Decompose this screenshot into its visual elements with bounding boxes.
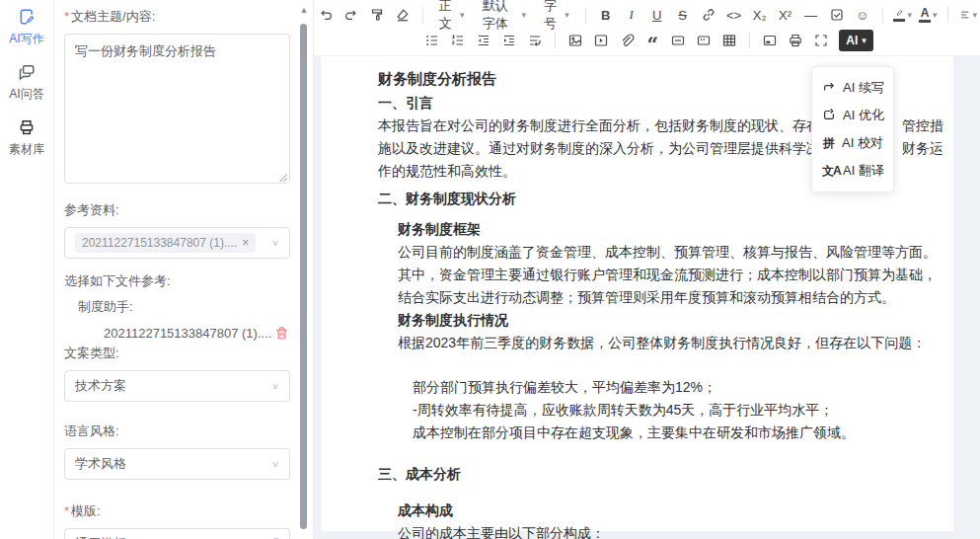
doc-heading: 三、成本分析 [378, 462, 943, 486]
font-size-select[interactable]: 字号▾ [536, 3, 577, 27]
indent-icon[interactable] [497, 29, 521, 52]
subscript-icon[interactable]: X₂ [748, 3, 772, 27]
menu-item-ai-optimize[interactable]: AI 优化 [812, 102, 893, 129]
rail-item-label: AI写作 [9, 31, 43, 47]
rail-item-material-library[interactable]: 素材库 [0, 118, 53, 158]
required-asterisk: * [64, 9, 69, 24]
bold-icon[interactable]: B [594, 3, 618, 27]
caret-down-icon: ▾ [862, 36, 867, 45]
required-asterisk: * [64, 503, 69, 518]
doc-list-item: 成本控制在部分项目中存在超支现象，主要集中在研发和市场推广领域。 [413, 422, 943, 444]
text-wrap-icon[interactable] [523, 29, 547, 52]
menu-item-ai-proofread[interactable]: 拼 AI 校对 [812, 129, 893, 157]
divider-block-icon[interactable] [666, 29, 690, 52]
doc-subheading: 财务制度框架 [398, 218, 943, 241]
doc-list-item: 部分部门预算执行偏差较大，平均偏差率为12%； [413, 376, 943, 399]
copy-type-label: 文案类型: [64, 345, 289, 362]
doc-paragraph-line: 其中，资金管理主要通过银行账户管理和现金流预测进行；成本控制以部门预算为基础， [398, 264, 943, 286]
scroll-up-arrow[interactable]: ▲ [298, 4, 310, 16]
emoji-icon[interactable]: ☺ [851, 3, 874, 27]
doc-subheading: 成本构成 [398, 500, 943, 522]
embed-icon[interactable] [758, 29, 782, 52]
form-panel-scrollbar[interactable]: ▲ [298, 4, 310, 535]
print-icon[interactable] [784, 29, 807, 52]
tag-close-icon[interactable]: × [242, 236, 249, 250]
file-section-label: 选择如下文件参考: [64, 272, 289, 290]
toolbar-row-2: “ AI▾ [314, 29, 980, 52]
redo-button[interactable] [339, 3, 363, 27]
rail-item-ai-write[interactable]: AI写作 [0, 8, 53, 47]
blockquote-icon[interactable]: “ [641, 29, 664, 52]
link-icon[interactable] [697, 3, 720, 27]
rail-item-label: 素材库 [9, 141, 44, 158]
doc-list-item: -周转效率有待提高，应收账款周转天数为45天，高于行业平均水平； [413, 399, 943, 422]
reference-tag: 2021122715133847807 (1).... × [75, 233, 256, 253]
copy-type-select[interactable]: 技术方案 ∨ [64, 370, 290, 402]
highlight-color-button[interactable]: ▾ [890, 3, 914, 27]
font-family-select[interactable]: 默认字体▾ [475, 3, 534, 27]
ai-dropdown-menu: AI 续写 AI 优化 拼 AI 校对 文A AI 翻译 [811, 66, 894, 192]
toolbar-divider [585, 7, 586, 23]
bullet-list-icon[interactable] [420, 29, 444, 52]
left-rail: AI写作 AI问答 素材库 [0, 0, 54, 539]
underline-icon[interactable]: U [645, 3, 669, 27]
rail-item-ai-qa[interactable]: AI问答 [0, 63, 53, 103]
toolbar-divider [749, 33, 750, 48]
reference-label: 参考资料: [64, 201, 289, 219]
template-label: *模版: [64, 502, 289, 520]
toolbar-row-1: 正文▾ 默认字体▾ 字号▾ B I U S <> X₂ X² — ☺ ▾ A▾ … [314, 3, 980, 27]
image-icon[interactable] [564, 29, 587, 52]
toolbar-divider [555, 33, 556, 48]
superscript-icon[interactable]: X² [774, 3, 797, 27]
toolbar-divider [422, 7, 423, 23]
align-button[interactable]: ▾ [956, 3, 980, 27]
style-label: 语言风格: [64, 423, 289, 440]
font-color-button[interactable]: A▾ [916, 3, 940, 27]
ai-dropdown-button[interactable]: AI▾ [839, 30, 873, 51]
clear-format-icon[interactable] [391, 3, 415, 27]
doc-paragraph-line: 结合实际支出进行动态调整；预算管理则采用年度预算和滚动预算相结合的方式。 [398, 286, 943, 309]
ordered-list-icon[interactable] [446, 29, 470, 52]
menu-item-ai-translate[interactable]: 文A AI 翻译 [812, 157, 893, 185]
format-painter-icon[interactable] [365, 3, 389, 27]
doc-subheading: 财务制度执行情况 [398, 309, 943, 332]
task-list-icon[interactable] [825, 3, 849, 27]
resize-grip[interactable] [279, 174, 287, 182]
rail-item-label: AI问答 [9, 86, 43, 103]
fullscreen-icon[interactable] [809, 29, 833, 52]
ai-qa-icon [18, 63, 36, 84]
reference-select[interactable]: 2021122715133847807 (1).... × ∨ [64, 227, 290, 259]
italic-icon[interactable]: I [620, 3, 643, 27]
file-group-label: 制度助手: [78, 298, 289, 316]
scrollbar-thumb[interactable] [300, 24, 307, 529]
template-select[interactable]: 通用模板 ∨ [64, 528, 290, 539]
proofread-icon: 拼 [822, 135, 835, 152]
writing-form-panel: *文档主题/内容: 写一份财务制度分析报告 参考资料: 202112271513… [54, 0, 314, 539]
chevron-down-icon: ∨ [271, 238, 279, 248]
caret-down-icon: ▾ [521, 10, 526, 20]
strikethrough-icon[interactable]: S [671, 3, 695, 27]
video-icon[interactable] [589, 29, 613, 52]
caret-down-icon: ▾ [460, 10, 465, 20]
inline-code-icon[interactable]: <> [722, 3, 746, 27]
topic-input[interactable]: 写一份财务制度分析报告 [64, 34, 290, 184]
menu-item-ai-continue[interactable]: AI 续写 [812, 74, 893, 102]
outdent-icon[interactable] [472, 29, 495, 52]
caret-down-icon: ▾ [972, 10, 977, 20]
material-library-icon [18, 118, 36, 139]
attachment-icon[interactable] [615, 29, 639, 52]
snippet-icon[interactable] [692, 29, 716, 52]
chevron-down-icon: ∨ [271, 459, 279, 469]
delete-file-icon[interactable] [274, 326, 289, 341]
toolbar-divider [947, 7, 948, 23]
horizontal-rule-icon[interactable]: — [799, 3, 823, 27]
translate-icon: 文A [822, 163, 836, 180]
app-window: AI写作 AI问答 素材库 *文档主题/内容: 写一份财务制度分析报告 参考资料… [0, 0, 980, 539]
undo-button[interactable] [314, 3, 338, 27]
file-name: 2021122715133847807 (1).... [104, 326, 271, 341]
paragraph-style-select[interactable]: 正文▾ [431, 3, 473, 27]
language-style-select[interactable]: 学术风格 ∨ [64, 448, 290, 480]
caret-down-icon: ▾ [565, 10, 569, 20]
table-icon[interactable] [717, 29, 741, 52]
optimize-icon [822, 108, 836, 124]
